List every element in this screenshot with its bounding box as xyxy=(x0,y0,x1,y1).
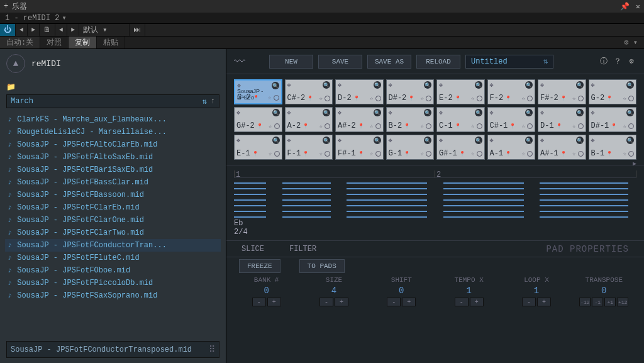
file-item[interactable]: ♪SousaJP - JPSFotFBassClar.mid xyxy=(5,176,221,189)
star-icon[interactable]: ☆ xyxy=(269,123,272,130)
updown-icon[interactable]: ⇅ xyxy=(203,97,207,106)
preset-title-field[interactable]: Untitled ⇅ xyxy=(465,55,553,69)
record-icon[interactable] xyxy=(426,96,431,101)
file-item[interactable]: ♪SousaJP - JPSFotFOboe.mid xyxy=(5,264,221,277)
tab-copy[interactable]: 复制 xyxy=(69,36,97,48)
pad[interactable]: ✥🔍E-2📍☆ xyxy=(436,79,485,104)
saveas-button[interactable]: SAVE AS xyxy=(367,55,411,69)
pad[interactable]: ✥🔍C#-1📍☆ xyxy=(487,107,536,132)
help-icon[interactable]: ？ xyxy=(613,57,623,67)
magnify-icon[interactable]: 🔍 xyxy=(626,81,634,89)
record-icon[interactable] xyxy=(477,151,482,157)
magnify-icon[interactable]: 🔍 xyxy=(374,81,381,89)
param-step-button[interactable]: -1 xyxy=(592,298,603,306)
drag-handle-icon[interactable]: ⠿ xyxy=(209,344,215,355)
star-icon[interactable]: ☆ xyxy=(522,123,525,130)
pad[interactable]: ✥🔍F-2📍☆ xyxy=(487,79,536,104)
magnify-icon[interactable]: 🔍 xyxy=(525,109,533,116)
record-icon[interactable] xyxy=(426,151,431,157)
record-icon[interactable] xyxy=(527,151,533,157)
magnify-icon[interactable]: 🔍 xyxy=(525,81,533,89)
pad[interactable]: ✥🔍B-2📍☆ xyxy=(386,107,435,132)
star-icon[interactable]: ☆ xyxy=(522,95,525,102)
pad[interactable]: ✥🔍F#-2📍☆ xyxy=(538,79,586,104)
file-item[interactable]: ♪SousaJP - JPSFotFAltoClarEb.mid xyxy=(5,138,221,151)
star-icon[interactable]: ☆ xyxy=(370,123,373,130)
file-item[interactable]: ♪SousaJP - JPSFotFAltoSaxEb.mid xyxy=(5,151,221,164)
move-icon[interactable]: ✥ xyxy=(338,109,341,116)
file-item[interactable]: ♪SousaJP - JPSFotFConductorTran... xyxy=(5,239,221,252)
star-icon[interactable]: ☆ xyxy=(623,95,626,102)
pad[interactable]: ✥🔍A#-1📍☆ xyxy=(538,135,586,160)
record-icon[interactable] xyxy=(477,123,482,129)
folder-icon[interactable]: 📁 xyxy=(6,82,219,92)
param-step-button[interactable]: - xyxy=(252,298,266,306)
star-icon[interactable]: ☆ xyxy=(421,150,424,157)
move-icon[interactable]: ✥ xyxy=(287,109,291,116)
pad[interactable]: ✥🔍G-2📍☆ xyxy=(589,79,637,104)
magnify-icon[interactable]: 🔍 xyxy=(576,81,584,89)
star-icon[interactable]: ☆ xyxy=(471,95,474,102)
param-step-button[interactable]: + xyxy=(537,298,551,306)
magnify-icon[interactable]: 🔍 xyxy=(323,109,330,116)
doc-icon[interactable]: 🗎 xyxy=(40,24,55,36)
star-icon[interactable]: ☆ xyxy=(269,150,272,157)
magnify-icon[interactable]: 🔍 xyxy=(374,109,381,116)
star-icon[interactable]: ☆ xyxy=(572,150,575,157)
record-icon[interactable] xyxy=(578,123,584,129)
star-icon[interactable]: ☆ xyxy=(623,150,626,157)
star-icon[interactable]: ☆ xyxy=(471,123,474,130)
pad[interactable]: ✥🔍A-1📍☆ xyxy=(487,135,536,160)
record-icon[interactable] xyxy=(375,151,381,157)
gear-icon[interactable]: ⚙ ▾ xyxy=(624,38,638,47)
magnify-icon[interactable]: 🔍 xyxy=(576,109,584,116)
move-icon[interactable]: ✥ xyxy=(287,137,291,144)
magnify-icon[interactable]: 🔍 xyxy=(626,137,634,144)
move-icon[interactable]: ✥ xyxy=(439,109,443,116)
magnify-icon[interactable]: 🔍 xyxy=(576,137,584,144)
param-step-button[interactable]: +12 xyxy=(617,298,628,306)
category-selector[interactable]: March ⇅ ↑ xyxy=(6,94,219,108)
file-item[interactable]: ♪SousaJP - JPSFotFPiccoloDb.mid xyxy=(5,277,221,289)
record-icon[interactable] xyxy=(628,96,634,101)
midi-view[interactable]: 1 2 Eb 2/4 xyxy=(226,165,644,241)
magnify-icon[interactable]: 🔍 xyxy=(374,137,381,144)
move-icon[interactable]: ✥ xyxy=(540,137,544,144)
star-icon[interactable]: ☆ xyxy=(522,150,525,157)
move-icon[interactable]: ✥ xyxy=(591,109,595,116)
star-icon[interactable]: ☆ xyxy=(370,150,373,157)
pad[interactable]: ✥🔍D#-1📍☆ xyxy=(589,107,637,132)
nav-next-icon[interactable]: ► xyxy=(28,24,40,36)
star-icon[interactable]: ☆ xyxy=(572,123,575,130)
filter-tab[interactable]: FILTER xyxy=(289,245,316,254)
star-icon[interactable]: ☆ xyxy=(421,95,424,102)
record-icon[interactable] xyxy=(325,123,330,129)
pad[interactable]: ✥🔍G#-1📍☆ xyxy=(436,135,485,160)
move-icon[interactable]: ✥ xyxy=(540,109,544,116)
param-step-button[interactable]: - xyxy=(455,298,469,306)
star-icon[interactable]: ☆ xyxy=(319,123,323,130)
record-icon[interactable] xyxy=(274,123,280,129)
nav-prev-icon[interactable]: ◄ xyxy=(16,24,28,36)
record-icon[interactable] xyxy=(426,123,431,129)
instrument-tab[interactable]: 1 - reMIDI 2 xyxy=(5,14,59,23)
record-icon[interactable] xyxy=(527,96,533,101)
magnify-icon[interactable]: 🔍 xyxy=(272,137,280,144)
move-icon[interactable]: ✥ xyxy=(338,137,341,144)
record-icon[interactable] xyxy=(628,123,634,129)
magnify-icon[interactable]: 🔍 xyxy=(525,137,533,144)
file-item[interactable]: ♪SousaJP - JPSFotFSaxSoprano.mid xyxy=(5,289,221,302)
save-button[interactable]: SAVE xyxy=(318,55,362,69)
record-icon[interactable] xyxy=(477,96,482,101)
move-icon[interactable]: ✥ xyxy=(439,137,443,144)
pad[interactable]: ✥🔍C-1📍☆ xyxy=(436,107,485,132)
star-icon[interactable]: ☆ xyxy=(572,95,575,102)
history-prev-icon[interactable]: ◄ xyxy=(55,24,67,36)
file-item[interactable]: ♪SousaJP - JPSFotFClarEb.mid xyxy=(5,201,221,214)
move-icon[interactable]: ✥ xyxy=(236,109,240,116)
param-value[interactable]: 0 xyxy=(264,286,269,296)
info-icon[interactable]: ⓘ xyxy=(599,57,609,67)
add-icon[interactable]: + xyxy=(4,2,8,11)
record-icon[interactable] xyxy=(325,96,330,101)
move-icon[interactable]: ✥ xyxy=(591,137,595,144)
